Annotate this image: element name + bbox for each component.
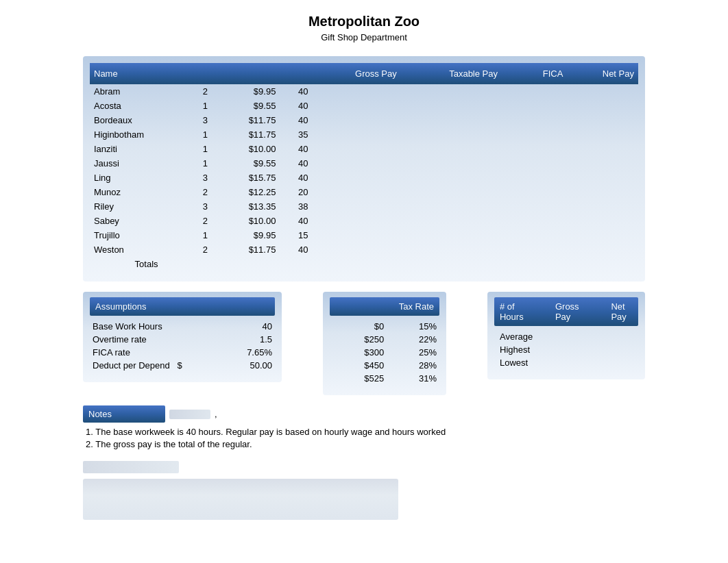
stats-label-highest: Highest xyxy=(494,343,577,356)
totals-row: Totals xyxy=(90,257,638,271)
table-row: Sabey 2 $10.00 40 xyxy=(90,214,638,228)
cell-hours: 38 xyxy=(280,199,312,214)
cell-col6 xyxy=(502,84,516,99)
stats-box: # of Hours Gross Pay Net Pay Average Hig… xyxy=(487,292,645,379)
assumption-label: Base Work Hours xyxy=(90,320,230,333)
cell-dept: 3 xyxy=(193,171,217,185)
stats-col-gross: Gross Pay xyxy=(555,301,583,322)
notes-line-1: 1. The base workweek is 40 hours. Regula… xyxy=(86,427,642,437)
col-rate xyxy=(217,63,280,84)
cell-hours: 40 xyxy=(280,99,312,113)
cell-name: Riley xyxy=(90,199,193,214)
cell-rate: $10.00 xyxy=(217,214,280,228)
assumption-value: 50.00 xyxy=(230,359,275,372)
cell-hours: 40 xyxy=(280,242,312,257)
cell-rate: $10.00 xyxy=(217,142,280,156)
taxrate-row: $250 22% xyxy=(330,333,439,346)
cell-name: Acosta xyxy=(90,99,193,113)
taxrate-row: $450 28% xyxy=(330,359,439,372)
cell-name: Abram xyxy=(90,84,193,99)
assumptions-header: Assumptions xyxy=(90,297,275,316)
col-netpay: Net Pay xyxy=(567,63,638,84)
taxrate-income: $0 xyxy=(330,320,387,333)
stats-col-net: Net Pay xyxy=(611,301,633,322)
stats-row-lowest: Lowest xyxy=(494,356,638,369)
cell-rate: $15.75 xyxy=(217,171,280,185)
cell-name: Munoz xyxy=(90,185,193,199)
table-row: Higinbotham 1 $11.75 35 xyxy=(90,127,638,142)
totals-label: Totals xyxy=(90,257,193,271)
table-row: Riley 3 $13.35 38 xyxy=(90,199,638,214)
cell-rate: $11.75 xyxy=(217,113,280,127)
taxrate-pct: 31% xyxy=(387,372,439,385)
col-name: Name xyxy=(90,63,193,84)
stats-hours-average xyxy=(577,330,597,343)
stats-hours-lowest xyxy=(577,356,597,369)
taxrate-row: $300 25% xyxy=(330,346,439,359)
stats-gross-average xyxy=(597,330,618,343)
assumption-label: Deduct per Depend $ xyxy=(90,359,230,372)
cell-name: Trujillo xyxy=(90,228,193,242)
notes-line-2: 2. The gross pay is the total of the reg… xyxy=(86,439,642,449)
col-empty xyxy=(502,63,516,84)
cell-hours: 40 xyxy=(280,171,312,185)
table-row: Munoz 2 $12.25 20 xyxy=(90,185,638,199)
stats-net-lowest xyxy=(618,356,638,369)
cell-hours: 40 xyxy=(280,84,312,99)
table-row: Abram 2 $9.95 40 xyxy=(90,84,638,99)
stats-net-average xyxy=(618,330,638,343)
assumption-value: 40 xyxy=(230,320,275,333)
notes-content: 1. The base workweek is 40 hours. Regula… xyxy=(83,425,645,453)
notes-header-blurred xyxy=(169,410,210,419)
cell-rate: $13.35 xyxy=(217,199,280,214)
assumptions-table: Base Work Hours 40 Overtime rate 1.5 FIC… xyxy=(90,320,275,372)
stats-row-highest: Highest xyxy=(494,343,638,356)
cell-dept: 1 xyxy=(193,142,217,156)
table-row: Weston 2 $11.75 40 xyxy=(90,242,638,257)
table-row: Ling 3 $15.75 40 xyxy=(90,171,638,185)
stats-gross-lowest xyxy=(597,356,618,369)
cell-rate: $11.75 xyxy=(217,242,280,257)
stats-gross-highest xyxy=(597,343,618,356)
taxrate-income: $525 xyxy=(330,372,387,385)
cell-rate: $11.75 xyxy=(217,127,280,142)
cell-name: Ling xyxy=(90,171,193,185)
table-row: Acosta 1 $9.55 40 xyxy=(90,99,638,113)
blurred-bar-2 xyxy=(83,479,398,520)
stats-label-lowest: Lowest xyxy=(494,356,577,369)
cell-dept: 2 xyxy=(193,242,217,257)
cell-hours: 40 xyxy=(280,214,312,228)
cell-name: Bordeaux xyxy=(90,113,193,127)
cell-hours: 20 xyxy=(280,185,312,199)
cell-dept: 2 xyxy=(193,214,217,228)
taxrate-row: $0 15% xyxy=(330,320,439,333)
cell-dept: 2 xyxy=(193,84,217,99)
taxrate-header: Tax Rate xyxy=(330,297,439,316)
taxrate-box: Tax Rate $0 15% $250 22% $300 25% $450 2… xyxy=(323,292,446,395)
cell-hours: 40 xyxy=(280,156,312,171)
notes-comma: , xyxy=(215,409,217,419)
cell-gross xyxy=(312,84,400,99)
cell-fica xyxy=(516,84,567,99)
taxrate-pct: 22% xyxy=(387,333,439,346)
employee-table: Name Gross Pay Taxable Pay FICA Net Pay … xyxy=(90,63,638,271)
table-row: Trujillo 1 $9.95 15 xyxy=(90,228,638,242)
taxrate-pct: 25% xyxy=(387,346,439,359)
cell-dept: 3 xyxy=(193,199,217,214)
stats-row-average: Average xyxy=(494,330,638,343)
assumption-label: Overtime rate xyxy=(90,333,230,346)
taxrate-pct: 28% xyxy=(387,359,439,372)
cell-name: Higinbotham xyxy=(90,127,193,142)
col-dept xyxy=(193,63,217,84)
assumption-label: FICA rate xyxy=(90,346,230,359)
assumption-value: 7.65% xyxy=(230,346,275,359)
cell-rate: $12.25 xyxy=(217,185,280,199)
stats-header: # of Hours Gross Pay Net Pay xyxy=(494,297,638,326)
cell-hours: 40 xyxy=(280,113,312,127)
cell-dept: 1 xyxy=(193,156,217,171)
cell-name: Ianziti xyxy=(90,142,193,156)
cell-dept: 1 xyxy=(193,99,217,113)
main-table-container: Name Gross Pay Taxable Pay FICA Net Pay … xyxy=(83,56,645,282)
notes-header: Notes xyxy=(83,405,165,423)
page-title: Metropolitan Zoo xyxy=(14,14,714,29)
